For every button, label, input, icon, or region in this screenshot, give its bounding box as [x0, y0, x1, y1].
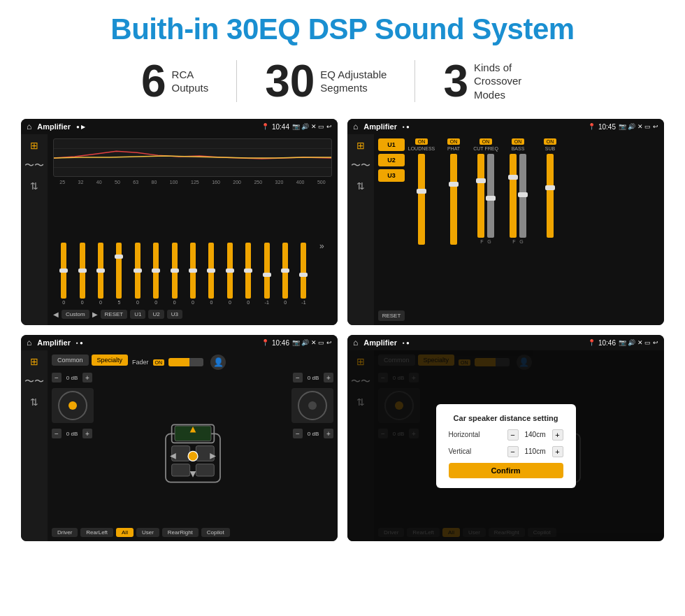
eq-next-button[interactable]: ▶	[92, 310, 98, 318]
eq-slider-5[interactable]: 0	[135, 243, 140, 305]
eq-reset-button[interactable]: RESET	[101, 310, 128, 319]
dialog-vertical-plus[interactable]: +	[552, 446, 563, 457]
db-minus-1[interactable]: −	[52, 373, 62, 382]
crossover-u3-button[interactable]: U3	[378, 169, 405, 182]
db-row-4: − 0 dB +	[293, 429, 333, 438]
profile-icon[interactable]: 👤	[210, 354, 226, 370]
eq-sidebar-icon-3[interactable]: ⇅	[30, 180, 38, 192]
cutfreq-slider-f[interactable]	[477, 154, 484, 238]
cutfreq-label: CUT FREQ	[473, 146, 498, 151]
speaker-plain-status-bar: ⌂ Amplifier ▪ ● 📍 10:46 📷 🔊 ✕ ▭ ↩	[21, 335, 338, 350]
stat-crossover: 3 Kinds of Crossover Modes	[415, 59, 572, 103]
eq-slider-7[interactable]: 0	[172, 243, 178, 305]
crossover-sliders: ON LOUDNESS ON PHAT	[408, 138, 660, 321]
speaker-plain-sidebar: ⊞ 〜〜 ⇅	[21, 350, 48, 541]
home-icon[interactable]: ⌂	[27, 122, 31, 131]
speaker-btn-copilot[interactable]: Copilot	[201, 528, 230, 537]
db-plus-1[interactable]: +	[82, 373, 92, 382]
eq-u1-button[interactable]: U1	[130, 310, 145, 319]
crossover-sidebar-icon-3[interactable]: ⇅	[356, 180, 365, 192]
eq-status-icons: 📷 🔊 ✕ ▭ ↩	[292, 123, 332, 130]
eq-sidebar-icon-1[interactable]: ⊞	[30, 140, 38, 151]
speaker-plain-main: Common Specialty Fader ON 👤	[48, 350, 338, 541]
sub-label: SUB	[545, 146, 555, 151]
eq-slider-3[interactable]: 0	[98, 243, 103, 305]
eq-custom-button[interactable]: Custom	[62, 310, 89, 319]
svg-marker-14	[189, 471, 196, 478]
sub-on-badge: ON	[544, 138, 557, 145]
crossover-sidebar-icon-1[interactable]: ⊞	[356, 140, 365, 151]
crossover-screen: ⌂ Amplifier ▪ ● 📍 10:45 📷 🔊 ✕ ▭ ↩ ⊞ 〜〜 ⇅…	[347, 119, 664, 325]
eq-scroll-right-icon[interactable]: »	[319, 241, 324, 251]
eq-u3-button[interactable]: U3	[167, 310, 182, 319]
db-val-2: 0 dB	[64, 431, 80, 437]
eq-prev-button[interactable]: ◀	[53, 310, 59, 318]
crossover-reset-button[interactable]: RESET	[378, 310, 405, 321]
db-minus-4[interactable]: −	[293, 429, 303, 438]
page-title: Buith-in 30EQ DSP Sound System	[21, 13, 664, 46]
stat-eq-label: EQ Adjustable Segments	[320, 68, 387, 95]
speaker-plain-screen: ⌂ Amplifier ▪ ● 📍 10:46 📷 🔊 ✕ ▭ ↩ ⊞ 〜〜 ⇅	[21, 335, 338, 541]
eq-sidebar-icon-2[interactable]: 〜〜	[24, 159, 44, 172]
dialog-horizontal-plus[interactable]: +	[552, 429, 563, 440]
eq-u2-button[interactable]: U2	[148, 310, 164, 319]
speaker-dialog-status-icons: 📷 🔊 ✕ ▭ ↩	[619, 339, 658, 346]
crossover-home-icon[interactable]: ⌂	[353, 122, 358, 131]
crossover-phat: ON PHAT	[440, 138, 468, 245]
bass-slider-g[interactable]	[519, 154, 526, 238]
speaker-btn-user[interactable]: User	[136, 528, 159, 537]
speaker-dialog-home-icon[interactable]: ⌂	[353, 338, 358, 348]
eq-slider-13[interactable]: 0	[282, 243, 288, 305]
speaker-plain-home-icon[interactable]: ⌂	[27, 338, 31, 348]
crossover-sidebar-icon-2[interactable]: 〜〜	[351, 159, 370, 172]
crossover-status-icons: 📷 🔊 ✕ ▭ ↩	[619, 123, 658, 130]
crossover-sub: ON SUB	[536, 138, 564, 238]
confirm-button[interactable]: Confirm	[449, 463, 563, 478]
cutfreq-slider-g[interactable]	[487, 154, 494, 238]
dialog-horizontal-minus[interactable]: −	[507, 429, 519, 440]
eq-location-icon: 📍	[261, 123, 269, 130]
stat-rca: 6 RCA Outputs	[113, 59, 236, 103]
eq-slider-4[interactable]: 5	[116, 243, 122, 305]
crossover-left-sidebar: ⊞ 〜〜 ⇅	[347, 134, 374, 325]
loudness-slider[interactable]	[418, 154, 425, 245]
db-plus-3[interactable]: +	[324, 373, 333, 382]
sub-slider[interactable]	[547, 154, 554, 238]
speaker-plain-tab-common[interactable]: Common	[52, 354, 89, 366]
db-plus-2[interactable]: +	[82, 429, 92, 438]
loudness-on-badge: ON	[415, 138, 428, 145]
crossover-main-content: U1 U2 U3 RESET ON LOUDNESS	[374, 134, 664, 325]
db-plus-4[interactable]: +	[324, 429, 333, 438]
crossover-cutfreq: ON CUT FREQ F G	[472, 138, 500, 244]
stat-rca-number: 6	[141, 59, 166, 103]
speaker-dialog-status-bar: ⌂ Amplifier ▪ ● 📍 10:46 📷 🔊 ✕ ▭ ↩	[347, 335, 664, 350]
speaker-btn-rearleft[interactable]: RearLeft	[80, 528, 113, 537]
eq-freq-labels: 25 32 40 50 63 80 100 125 160 200 250 32…	[53, 180, 332, 185]
speaker-btn-rearright[interactable]: RearRight	[162, 528, 199, 537]
speaker-plain-sidebar-icon-1[interactable]: ⊞	[30, 356, 38, 367]
speaker-btn-all[interactable]: All	[116, 528, 134, 537]
speaker-plain-sidebar-icon-2[interactable]: 〜〜	[24, 375, 44, 388]
eq-slider-12[interactable]: -1	[264, 243, 270, 305]
fader-slider[interactable]	[168, 358, 203, 366]
eq-slider-14[interactable]: -1	[301, 243, 306, 305]
crossover-u2-button[interactable]: U2	[378, 154, 405, 166]
db-minus-3[interactable]: −	[293, 373, 303, 382]
eq-slider-8[interactable]: 0	[190, 243, 196, 305]
speaker-dialog-screen: ⌂ Amplifier ▪ ● 📍 10:46 📷 🔊 ✕ ▭ ↩ ⊞ 〜〜 ⇅	[347, 335, 664, 541]
eq-slider-6[interactable]: 0	[153, 243, 159, 305]
db-minus-2[interactable]: −	[52, 429, 62, 438]
phat-slider[interactable]	[450, 154, 457, 245]
speaker-plain-tab-specialty[interactable]: Specialty	[92, 354, 129, 366]
dialog-vertical-minus[interactable]: −	[507, 446, 519, 457]
speaker-plain-sidebar-icon-3[interactable]: ⇅	[30, 396, 38, 408]
speaker-btn-driver[interactable]: Driver	[52, 528, 78, 537]
bass-slider-f[interactable]	[510, 154, 517, 238]
eq-slider-11[interactable]: 0	[245, 243, 251, 305]
eq-slider-2[interactable]: 0	[80, 243, 85, 305]
eq-slider-9[interactable]: 0	[208, 243, 214, 305]
eq-left-sidebar: ⊞ 〜〜 ⇅	[21, 134, 48, 325]
crossover-u1-button[interactable]: U1	[378, 138, 405, 151]
eq-slider-10[interactable]: 0	[227, 243, 233, 305]
eq-slider-1[interactable]: 0	[61, 243, 66, 305]
